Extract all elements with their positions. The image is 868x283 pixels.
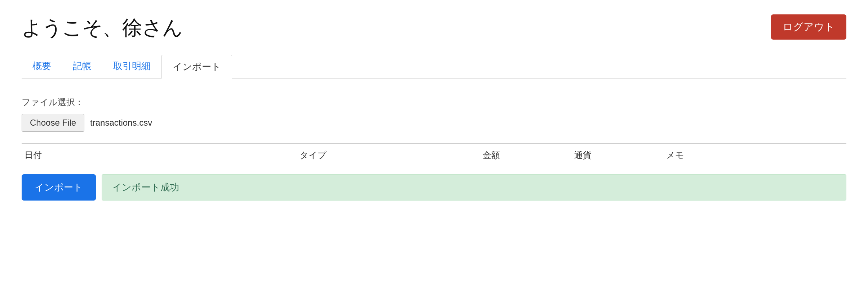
import-content: ファイル選択： Choose File transactions.csv 日付 …: [22, 93, 846, 204]
page-title: ようこそ、徐さん: [22, 14, 182, 42]
file-name-display: transactions.csv: [90, 118, 152, 128]
tab-bar: 概要 記帳 取引明細 インポート: [22, 55, 846, 78]
logout-button[interactable]: ログアウト: [771, 14, 846, 40]
col-type: タイプ: [297, 149, 480, 161]
tab-summary[interactable]: 概要: [22, 55, 62, 78]
tab-ledger[interactable]: 記帳: [62, 55, 102, 78]
col-amount: 金額: [480, 149, 571, 161]
page-header: ようこそ、徐さん ログアウト: [22, 14, 846, 42]
success-message: インポート成功: [102, 174, 846, 201]
col-memo: メモ: [663, 149, 846, 161]
col-date: 日付: [22, 149, 297, 161]
tab-transactions[interactable]: 取引明細: [102, 55, 161, 78]
file-input-row: Choose File transactions.csv: [22, 114, 846, 132]
col-currency: 通貨: [571, 149, 663, 161]
file-select-label: ファイル選択：: [22, 96, 846, 108]
action-row: インポート インポート成功: [22, 174, 846, 201]
import-button[interactable]: インポート: [22, 174, 96, 201]
tab-import[interactable]: インポート: [161, 55, 232, 78]
choose-file-button[interactable]: Choose File: [22, 114, 84, 132]
table-header: 日付 タイプ 金額 通貨 メモ: [22, 143, 846, 167]
